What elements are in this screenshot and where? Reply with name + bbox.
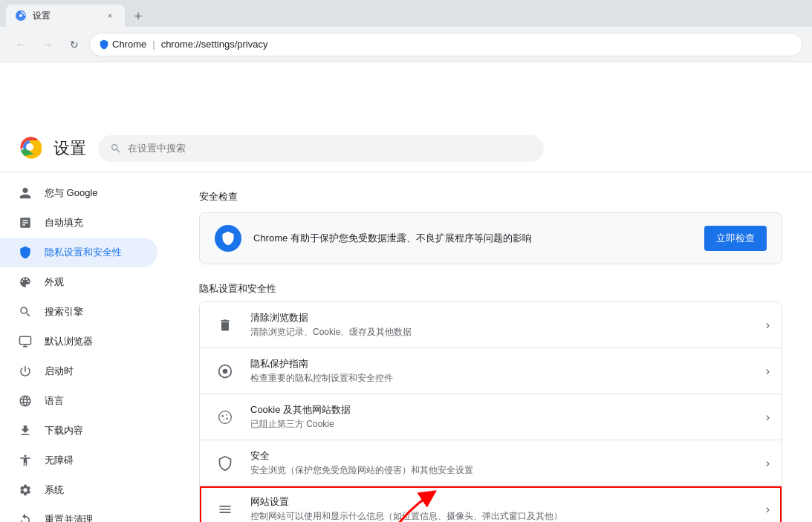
svg-point-12 — [224, 418, 225, 420]
sidebar-item-accessibility[interactable]: 无障碍 — [0, 446, 157, 475]
tab-favicon — [15, 10, 27, 22]
security-item[interactable]: 安全 安全浏览（保护您免受危险网站的侵害）和其他安全设置 › — [200, 440, 782, 486]
sidebar-label-language: 语言 — [45, 394, 140, 408]
address-url: chrome://settings/privacy — [161, 39, 268, 50]
site-settings-title: 网站设置 — [250, 495, 754, 509]
sidebar-label-reset: 重置并清理 — [45, 513, 140, 522]
palette-icon — [18, 275, 33, 290]
site-settings-icon — [212, 496, 238, 523]
settings-header: 设置 — [0, 125, 812, 172]
check-now-button[interactable]: 立即检查 — [704, 226, 767, 251]
page-title: 设置 — [53, 137, 86, 160]
language-icon — [18, 394, 33, 408]
privacy-guide-text: 隐私保护指南 检查重要的隐私控制设置和安全控件 — [250, 357, 754, 385]
clear-browsing-item[interactable]: 清除浏览数据 清除浏览记录、Cookie、缓存及其他数据 › — [200, 302, 782, 348]
trash-icon — [212, 312, 238, 339]
privacy-guide-arrow: › — [766, 365, 770, 378]
privacy-guide-item[interactable]: 隐私保护指南 检查重要的隐私控制设置和安全控件 › — [200, 348, 782, 394]
tab-close-button[interactable]: × — [104, 10, 116, 22]
address-content: Chrome | chrome://settings/privacy — [99, 39, 267, 50]
sidebar-item-language[interactable]: 语言 — [0, 386, 157, 416]
clear-browsing-subtitle: 清除浏览记录、Cookie、缓存及其他数据 — [250, 326, 754, 339]
sidebar-item-autofill[interactable]: 自动填充 — [0, 208, 157, 238]
sidebar-label-startup: 启动时 — [45, 365, 140, 378]
content-area: 您与 Google 自动填充 隐私设置和安全性 外观 — [0, 172, 812, 522]
sidebar-label-appearance: 外观 — [45, 275, 140, 289]
sidebar-item-startup[interactable]: 启动时 — [0, 356, 157, 386]
app-body: 设置 您与 Google 自动填充 — [0, 62, 812, 522]
cookies-text: Cookie 及其他网站数据 已阻止第三方 Cookie — [250, 403, 754, 431]
cookies-title: Cookie 及其他网站数据 — [250, 403, 754, 417]
cookies-arrow: › — [766, 411, 770, 424]
svg-rect-5 — [20, 336, 31, 345]
reset-icon — [18, 512, 33, 522]
tab-title: 设置 — [33, 10, 98, 22]
secure-icon — [99, 39, 109, 50]
cookies-icon — [212, 404, 238, 431]
browser-icon — [18, 334, 33, 349]
security-title: 安全 — [250, 449, 754, 463]
sidebar-item-download[interactable]: 下载内容 — [0, 416, 157, 446]
sidebar-item-search[interactable]: 搜索引擎 — [0, 297, 157, 327]
address-chrome: Chrome — [112, 39, 146, 50]
search-bar[interactable] — [98, 135, 544, 162]
address-divider: | — [152, 39, 155, 50]
sidebar-item-system[interactable]: 系统 — [0, 475, 157, 505]
power-icon — [18, 364, 33, 379]
sidebar-label-privacy: 隐私设置和安全性 — [45, 246, 140, 259]
address-bar[interactable]: Chrome | chrome://settings/privacy — [89, 33, 803, 56]
settings-icon — [18, 483, 33, 497]
main-content: 安全检查 Chrome 有助于保护您免受数据泄露、不良扩展程序等问题的影响 立即… — [169, 172, 812, 522]
new-tab-button[interactable]: + — [128, 6, 149, 27]
site-settings-text: 网站设置 控制网站可以使用和显示什么信息（如位置信息、摄像头、弹出式窗口及其他） — [250, 495, 754, 522]
person-icon — [18, 186, 33, 200]
sidebar-label-system: 系统 — [45, 483, 140, 497]
sidebar-label-accessibility: 无障碍 — [45, 454, 140, 467]
active-tab[interactable]: 设置 × — [6, 4, 125, 27]
toolbar: ← → ↻ Chrome | chrome://settings/privacy — [0, 27, 812, 62]
privacy-guide-icon — [212, 358, 238, 385]
svg-point-7 — [223, 368, 228, 373]
sidebar-item-google[interactable]: 您与 Google — [0, 178, 157, 208]
site-settings-item[interactable]: 网站设置 控制网站可以使用和显示什么信息（如位置信息、摄像头、弹出式窗口及其他）… — [200, 486, 782, 522]
security-text: 安全 安全浏览（保护您免受危险网站的侵害）和其他安全设置 — [250, 449, 754, 477]
cookies-subtitle: 已阻止第三方 Cookie — [250, 418, 754, 431]
search-engine-icon — [18, 304, 33, 319]
sidebar-label-google: 您与 Google — [45, 186, 140, 200]
chrome-logo — [18, 135, 42, 161]
security-arrow: › — [766, 457, 770, 470]
privacy-guide-subtitle: 检查重要的隐私控制设置和安全控件 — [250, 372, 754, 385]
autofill-icon — [18, 215, 33, 230]
svg-point-10 — [226, 414, 227, 415]
clear-browsing-text: 清除浏览数据 清除浏览记录、Cookie、缓存及其他数据 — [250, 311, 754, 339]
clear-browsing-arrow: › — [766, 319, 770, 332]
refresh-button[interactable]: ↻ — [62, 33, 86, 56]
sidebar-label-download: 下载内容 — [45, 424, 140, 437]
back-button[interactable]: ← — [9, 33, 33, 56]
sidebar: 您与 Google 自动填充 隐私设置和安全性 外观 — [0, 172, 169, 522]
sidebar-item-reset[interactable]: 重置并清理 — [0, 505, 157, 522]
search-input[interactable] — [128, 143, 532, 154]
title-bar: 设置 × + — [0, 0, 812, 27]
sidebar-label-browser: 默认浏览器 — [45, 335, 140, 348]
forward-button[interactable]: → — [36, 33, 59, 56]
clear-browsing-title: 清除浏览数据 — [250, 311, 754, 324]
site-settings-subtitle: 控制网站可以使用和显示什么信息（如位置信息、摄像头、弹出式窗口及其他） — [250, 510, 754, 522]
privacy-section-title: 隐私设置和安全性 — [199, 282, 782, 296]
svg-point-8 — [219, 411, 232, 423]
svg-point-4 — [26, 143, 33, 151]
safety-check-card: Chrome 有助于保护您免受数据泄露、不良扩展程序等问题的影响 立即检查 — [199, 212, 782, 264]
svg-point-1 — [19, 14, 22, 17]
privacy-guide-title: 隐私保护指南 — [250, 357, 754, 371]
sidebar-item-privacy[interactable]: 隐私设置和安全性 — [0, 238, 157, 267]
security-subtitle: 安全浏览（保护您免受危险网站的侵害）和其他安全设置 — [250, 464, 754, 477]
shield-icon — [18, 245, 33, 260]
svg-point-9 — [221, 415, 224, 417]
download-icon — [18, 423, 33, 438]
sidebar-label-autofill: 自动填充 — [45, 216, 140, 229]
cookies-item[interactable]: Cookie 及其他网站数据 已阻止第三方 Cookie › — [200, 394, 782, 440]
sidebar-item-browser[interactable]: 默认浏览器 — [0, 327, 157, 356]
sidebar-item-appearance[interactable]: 外观 — [0, 267, 157, 297]
sidebar-label-search: 搜索引擎 — [45, 305, 140, 319]
security-shield-icon — [212, 450, 238, 477]
